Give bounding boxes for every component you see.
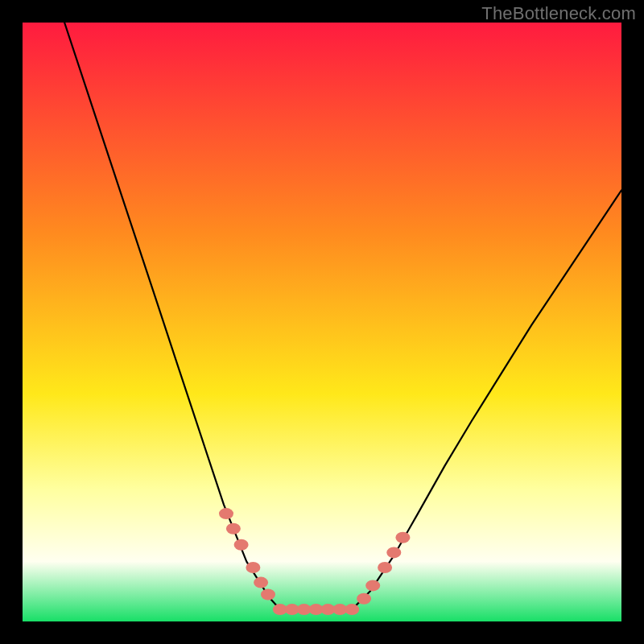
curve-marker (234, 539, 249, 551)
curve-marker (219, 508, 233, 519)
curve-marker (246, 562, 260, 573)
curve-marker (395, 532, 410, 543)
curve-marker (254, 577, 268, 588)
watermark-text: TheBottleneck.com (481, 3, 636, 24)
curve-marker (261, 589, 275, 601)
curve-marker (378, 562, 392, 573)
curve-marker (386, 547, 401, 558)
chart-frame: TheBottleneck.com (0, 0, 644, 644)
curve-marker (226, 523, 241, 535)
gradient-background (23, 23, 621, 621)
curve-marker (357, 593, 371, 605)
curve-marker (365, 580, 380, 591)
curve-marker (345, 604, 359, 615)
chart-plot-area (23, 23, 621, 621)
